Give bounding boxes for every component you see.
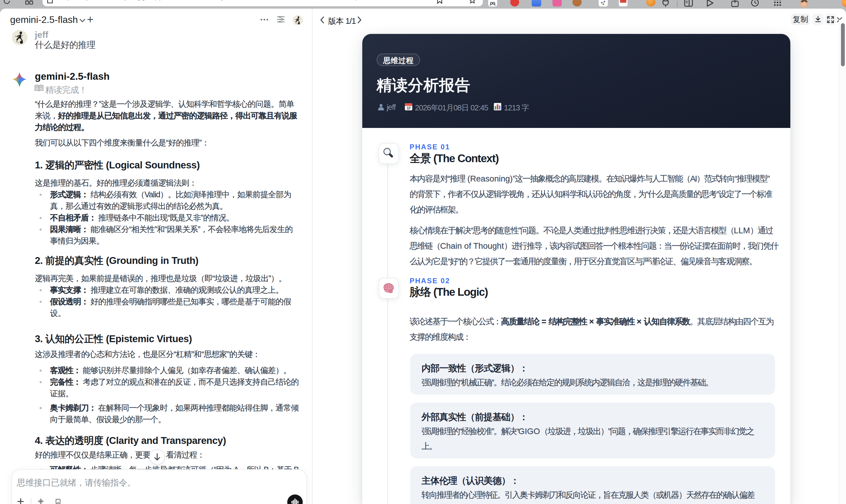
svg-text:17: 17 xyxy=(407,106,410,110)
